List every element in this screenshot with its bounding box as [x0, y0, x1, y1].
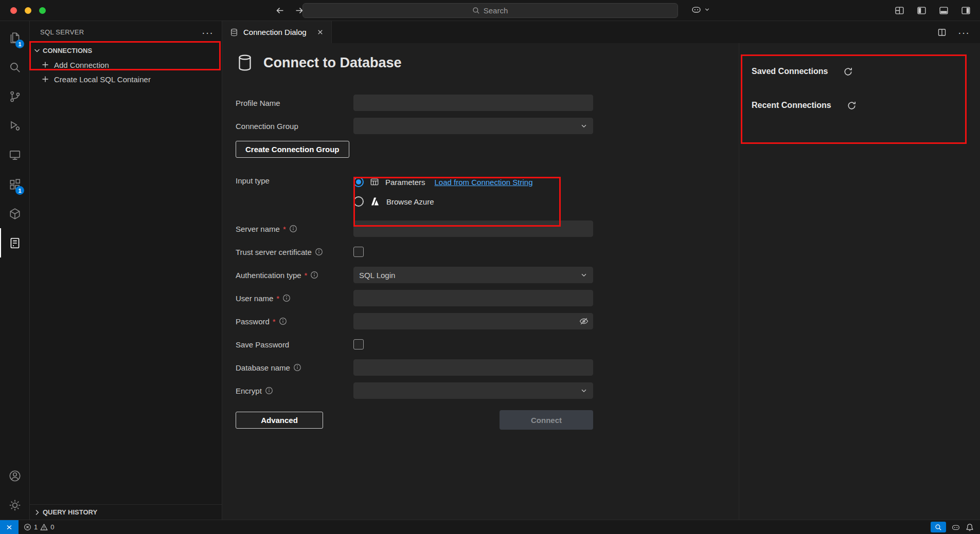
chevron-down-icon: [33, 46, 41, 54]
chevron-right-icon: [33, 508, 41, 517]
connection-dialog-pane: Connect to Database Profile Name Connect…: [222, 43, 739, 520]
navigate-back-icon[interactable]: [275, 6, 285, 15]
authentication-type-select[interactable]: SQL Login: [353, 267, 593, 283]
user-name-label: User name*: [236, 294, 353, 303]
browse-azure-radio[interactable]: [353, 196, 364, 207]
create-local-sql-container-item[interactable]: Create Local SQL Container: [30, 72, 222, 86]
maximize-window-button[interactable]: [39, 7, 46, 14]
chevron-down-icon: [580, 271, 587, 279]
info-icon: [293, 363, 301, 372]
connections-section-header[interactable]: CONNECTIONS: [30, 43, 222, 58]
sidebar-more-actions-icon[interactable]: ···: [202, 30, 213, 35]
load-from-connection-string-link[interactable]: Load from Connection String: [435, 178, 533, 187]
close-window-button[interactable]: [10, 7, 17, 14]
input-type-label: Input type: [236, 176, 353, 185]
user-name-input[interactable]: [353, 290, 593, 306]
info-icon: [315, 248, 323, 256]
query-history-section-header[interactable]: QUERY HISTORY: [30, 504, 222, 520]
refresh-saved-connections-icon[interactable]: [843, 67, 853, 77]
chevron-down-icon: [704, 6, 710, 13]
advanced-button[interactable]: Advanced: [236, 412, 323, 429]
explorer-icon[interactable]: 1: [0, 23, 29, 52]
toggle-secondary-sidebar-icon[interactable]: [961, 6, 971, 15]
editor-area: Connection Dialog ··· Connect to Databas…: [222, 21, 980, 520]
add-connection-item[interactable]: Add Connection: [30, 58, 222, 72]
tab-close-icon[interactable]: [316, 28, 324, 36]
extensions-badge: 1: [15, 186, 24, 195]
warning-count: 0: [50, 523, 54, 531]
activity-bar: 1 1: [0, 21, 30, 520]
sql-server-view-icon[interactable]: [0, 228, 29, 257]
database-icon: [236, 53, 254, 72]
tab-connection-dialog[interactable]: Connection Dialog: [222, 21, 332, 43]
parameters-radio-label[interactable]: Parameters: [385, 178, 425, 187]
authentication-type-label: Authentication type*: [236, 271, 353, 280]
save-password-checkbox[interactable]: [353, 339, 364, 349]
tab-bar: Connection Dialog ···: [222, 21, 980, 43]
search-view-icon[interactable]: [0, 52, 29, 82]
parameters-radio[interactable]: [353, 177, 364, 187]
editor-more-actions-icon[interactable]: ···: [958, 30, 970, 35]
containers-icon[interactable]: [0, 199, 29, 228]
browse-azure-radio-label[interactable]: Browse Azure: [386, 197, 434, 206]
accounts-icon[interactable]: [0, 461, 29, 490]
status-bar: 1 0: [0, 520, 980, 534]
notifications-bell-icon[interactable]: [966, 523, 974, 531]
profile-name-input[interactable]: [353, 95, 593, 111]
chevron-down-icon: [580, 122, 587, 130]
connection-group-select[interactable]: [353, 118, 593, 134]
info-icon: [310, 271, 318, 279]
password-input[interactable]: [353, 313, 593, 329]
connect-button[interactable]: Connect: [500, 410, 593, 430]
plus-icon: [41, 75, 49, 83]
copilot-status-icon[interactable]: [951, 523, 960, 532]
settings-gear-icon[interactable]: [0, 490, 29, 520]
save-password-label: Save Password: [236, 340, 353, 349]
search-placeholder: Search: [484, 6, 508, 15]
encrypt-label: Encrypt: [236, 386, 353, 395]
trust-server-certificate-checkbox[interactable]: [353, 247, 364, 257]
toggle-panel-icon[interactable]: [939, 6, 949, 15]
info-icon: [289, 225, 297, 233]
info-icon: [282, 294, 291, 302]
title-bar: Search: [0, 0, 980, 21]
encrypt-select[interactable]: [353, 382, 593, 399]
azure-icon: [370, 196, 380, 207]
customize-layout-icon[interactable]: [895, 6, 904, 15]
saved-connections-heading: Saved Connections: [752, 67, 828, 76]
source-control-icon[interactable]: [0, 82, 29, 111]
server-name-input[interactable]: [353, 220, 593, 237]
toggle-password-visibility-icon[interactable]: [579, 316, 589, 326]
database-name-label: Database name: [236, 363, 353, 372]
copilot-icon: [691, 4, 702, 15]
error-icon: [24, 523, 31, 531]
info-icon: [279, 317, 287, 325]
sidebar: SQL SERVER ··· CONNECTIONS Add Connectio…: [30, 21, 222, 520]
toggle-primary-sidebar-icon[interactable]: [917, 6, 926, 15]
parameters-table-icon: [370, 177, 379, 187]
run-debug-icon[interactable]: [0, 111, 29, 140]
connections-side-panel: Saved Connections Recent Connections: [739, 43, 980, 520]
explorer-badge: 1: [15, 40, 24, 48]
zoom-status-icon[interactable]: [931, 522, 946, 532]
refresh-recent-connections-icon[interactable]: [847, 101, 857, 111]
remote-explorer-icon[interactable]: [0, 140, 29, 170]
error-count: 1: [34, 523, 38, 531]
copilot-menu-button[interactable]: [691, 4, 710, 15]
plus-icon: [41, 61, 49, 69]
connection-dialog-tab-icon: [229, 28, 239, 37]
database-name-input[interactable]: [353, 359, 593, 376]
window-controls: [10, 7, 46, 14]
password-label: Password*: [236, 317, 353, 326]
split-editor-icon[interactable]: [937, 28, 947, 37]
minimize-window-button[interactable]: [25, 7, 31, 14]
info-icon: [265, 386, 273, 395]
search-box[interactable]: Search: [302, 3, 678, 18]
warning-icon: [40, 523, 48, 531]
create-connection-group-button[interactable]: Create Connection Group: [236, 141, 349, 158]
chevron-down-icon: [580, 387, 587, 394]
remote-indicator-icon[interactable]: [0, 520, 19, 534]
recent-connections-heading: Recent Connections: [752, 101, 831, 110]
problems-status-item[interactable]: 1 0: [19, 523, 54, 531]
extensions-icon[interactable]: 1: [0, 170, 29, 199]
